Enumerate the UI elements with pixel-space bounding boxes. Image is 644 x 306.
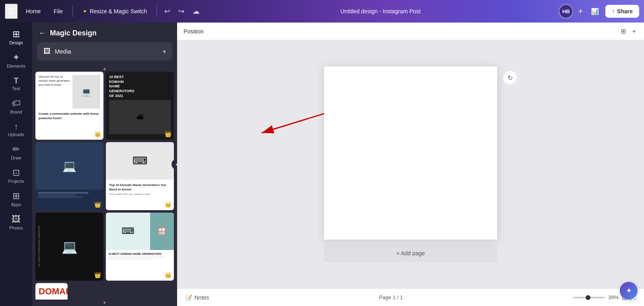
sidebar-label-elements: Elements xyxy=(7,64,25,68)
sidebar-item-text[interactable]: T Text xyxy=(2,72,30,95)
sidebar-label-uploads: Uploads xyxy=(8,132,24,137)
thumb4-sub: Find creative with your website's name. xyxy=(109,193,171,195)
stats-btn[interactable]: 📊 xyxy=(588,6,602,17)
sidebar-item-design[interactable]: ⊞ Design xyxy=(2,26,30,49)
page-info: Page 1 / 1 xyxy=(379,294,403,300)
sidebar-item-elements[interactable]: ✦ Elements xyxy=(2,49,30,72)
main-area: ⊞ Design ✦ Elements T Text 🏷 Brand ↑ Upl… xyxy=(0,23,644,306)
thumb1-bottom-text: Create a memorable website with these po… xyxy=(39,112,100,120)
thumbnail-grid: Discover the top 10 domain name generato… xyxy=(35,72,174,300)
thumbnail-5[interactable]: 💻 TOP 10 BEST DOMAIN NAME GENERATORS 👑 xyxy=(35,213,103,281)
media-dropdown-label: Media xyxy=(55,48,71,55)
nav-divider-1 xyxy=(72,6,73,17)
sidebar-item-uploads[interactable]: ↑ Uploads xyxy=(2,118,30,141)
thumb1-crown-icon: 👑 xyxy=(94,131,101,137)
design-icon: ⊞ xyxy=(12,30,20,39)
magic-design-panel: ← Magic Design 🖼 Media ▾ ▲ xyxy=(32,23,177,306)
position-bar: Position ⊞ + xyxy=(177,23,644,40)
panel-title: Magic Design xyxy=(50,29,97,37)
sidebar-label-design: Design xyxy=(9,40,23,45)
zoom-slider-container xyxy=(573,297,605,298)
media-dropdown-area: 🖼 Media ▾ xyxy=(32,42,177,65)
sidebar-item-apps[interactable]: ⊞ Apps xyxy=(2,188,30,211)
canvas-content: ↻ + Add page xyxy=(177,40,644,288)
thumb2-title: 10 BESTDOMAINNAMEGENERATORSOF 2021 xyxy=(109,75,171,98)
cloud-save-btn[interactable]: ☁ xyxy=(190,4,202,18)
top-nav: ☰ Home File ✦ Resize & Magic Switch ↩ ↪ … xyxy=(0,0,644,23)
home-btn[interactable]: Home xyxy=(21,6,45,17)
photos-icon: 🖼 xyxy=(12,215,21,224)
thumb6-crown-icon: 👑 xyxy=(165,272,171,278)
thumb4-crown-icon: 👑 xyxy=(165,201,171,208)
grid-icon-btn[interactable]: ⊞ xyxy=(619,26,627,37)
thumb1-laptop-img: 💻 xyxy=(72,75,100,109)
thumbnail-7[interactable]: DOMAIN xyxy=(35,283,68,300)
thumb3-crown-icon: 👑 xyxy=(94,201,101,208)
thumb5-side-text: TOP 10 BEST DOMAIN NAME GENERATORS xyxy=(38,225,40,268)
thumbnail-2[interactable]: 10 BESTDOMAINNAMEGENERATORSOF 2021 🏙 👑 xyxy=(106,72,174,140)
apps-icon: ⊞ xyxy=(12,192,20,201)
position-right: ⊞ + xyxy=(619,26,638,37)
sidebar-label-text: Text xyxy=(12,86,20,91)
thumbnail-3[interactable]: 💻 👑 xyxy=(35,142,103,210)
zoom-percentage: 39% xyxy=(608,294,619,300)
file-btn[interactable]: File xyxy=(49,6,68,17)
scroll-up-btn[interactable]: ▲ xyxy=(102,66,107,71)
resize-magic-switch-label: Resize & Magic Switch xyxy=(90,8,147,14)
add-collaborator-btn[interactable]: + xyxy=(576,5,584,18)
sidebar-item-draw[interactable]: ✏ Draw xyxy=(2,141,30,164)
hamburger-btn[interactable]: ☰ xyxy=(5,4,18,19)
thumb2-crown-icon: 👑 xyxy=(165,131,171,137)
thumb5-crown-icon: 👑 xyxy=(94,272,101,278)
zoom-thumb xyxy=(586,295,590,300)
sidebar-item-brand[interactable]: 🏷 Brand xyxy=(2,95,30,118)
notes-icon: 📝 xyxy=(185,294,192,301)
bottom-bar: 📝 Notes Page 1 / 1 39% ⊡ ⛶ xyxy=(177,288,644,306)
magic-sparkle-icon: ✦ xyxy=(626,286,632,295)
magic-circle-btn[interactable]: ✦ xyxy=(620,282,638,300)
document-title: Untitled design - Instagram Post xyxy=(205,8,555,14)
add-guide-btn[interactable]: + xyxy=(631,26,638,37)
refresh-btn[interactable]: ↻ xyxy=(503,70,517,85)
add-page-btn[interactable]: + Add page xyxy=(324,244,497,262)
share-btn[interactable]: ↑ Share xyxy=(605,5,639,18)
share-label: Share xyxy=(617,8,633,14)
undo-btn[interactable]: ↩ xyxy=(162,4,173,18)
text-icon: T xyxy=(14,76,19,85)
brand-icon: 🏷 xyxy=(12,99,21,108)
user-avatar[interactable]: HB xyxy=(559,4,573,19)
chevron-down-icon: ▾ xyxy=(163,48,166,55)
canvas-page[interactable]: ↻ xyxy=(324,66,497,240)
sidebar-label-apps: Apps xyxy=(11,202,21,207)
media-icon: 🖼 xyxy=(43,47,51,56)
nav-divider-2 xyxy=(157,6,157,17)
draw-icon: ✏ xyxy=(12,145,20,154)
position-label: Position xyxy=(184,28,204,35)
sidebar-label-draw: Draw xyxy=(11,155,21,160)
zoom-slider[interactable] xyxy=(573,297,605,298)
sidebar-label-projects: Projects xyxy=(8,179,24,184)
nav-right-area: HB + 📊 ↑ Share xyxy=(559,4,639,19)
redo-btn[interactable]: ↪ xyxy=(176,4,187,18)
sidebar-item-photos[interactable]: 🖼 Photos xyxy=(2,211,30,234)
thumbnails-area: Discover the top 10 domain name generato… xyxy=(32,72,177,300)
notes-btn[interactable]: 📝 Notes xyxy=(185,294,209,301)
magic-star-icon: ✦ xyxy=(83,8,87,14)
elements-icon: ✦ xyxy=(12,53,20,62)
panel-back-btn[interactable]: ← xyxy=(39,29,46,37)
thumbnail-4[interactable]: ⌨ Top 10 Domain Name Generators You Need… xyxy=(106,142,174,210)
thumb7-big-text: DOMAIN xyxy=(39,286,64,297)
resize-magic-switch-btn[interactable]: ✦ Resize & Magic Switch xyxy=(78,6,152,17)
sidebar-item-projects[interactable]: ⊡ Projects xyxy=(2,164,30,188)
uploads-icon: ↑ xyxy=(14,122,18,130)
sidebar-label-photos: Photos xyxy=(9,225,23,230)
thumbnail-6[interactable]: ⌨ 🪟 10 BEST DOMAIN NAME GENERATORS 👑 xyxy=(106,213,174,281)
notes-label: Notes xyxy=(194,294,209,301)
media-dropdown-btn[interactable]: 🖼 Media ▾ xyxy=(37,42,172,60)
thumb1-top-text: Discover the top 10 domain name generato… xyxy=(39,75,70,87)
thumb4-title: Top 10 Domain Name Generators You Need t… xyxy=(109,183,171,192)
panel-header: ← Magic Design xyxy=(32,23,177,42)
scroll-down-btn[interactable]: ▼ xyxy=(102,300,107,306)
thumbnail-1[interactable]: Discover the top 10 domain name generato… xyxy=(35,72,103,140)
canvas-area: Position ⊞ + ↻ xyxy=(177,23,644,306)
